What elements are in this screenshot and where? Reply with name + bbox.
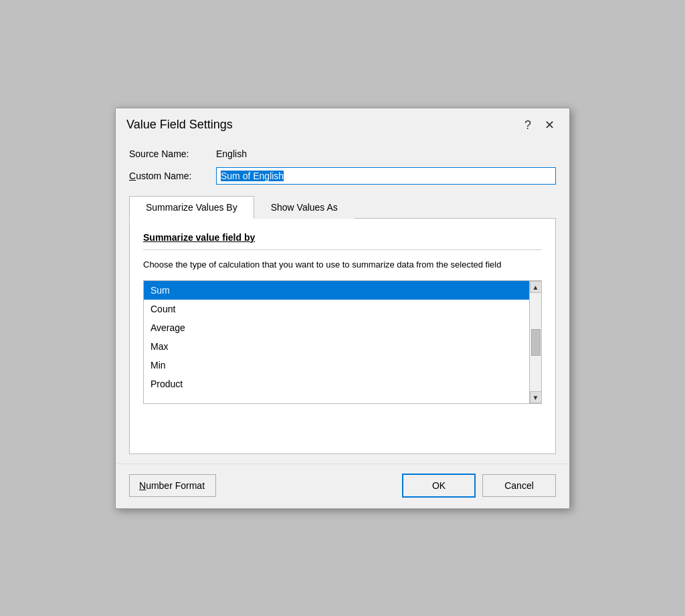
tab-header: Summarize Values By Show Values As	[129, 195, 556, 219]
list-item-sum[interactable]: Sum	[144, 281, 529, 300]
tab-show-values-as[interactable]: Show Values As	[254, 196, 355, 219]
custom-name-input[interactable]	[216, 167, 556, 185]
source-name-value: English	[216, 148, 247, 159]
ok-button[interactable]: OK	[402, 474, 476, 498]
number-format-button[interactable]: Number Format	[129, 474, 216, 497]
source-name-label: Source Name:	[129, 148, 216, 159]
scrollbar: ▲ ▼	[529, 281, 541, 403]
custom-name-label: CCustom Name:ustom Name:	[129, 171, 216, 181]
tab-content-summarize: Summarize value field by Choose the type…	[129, 219, 556, 454]
list-item-max[interactable]: Max	[144, 337, 529, 356]
custom-name-row: CCustom Name:ustom Name:	[129, 167, 556, 185]
scroll-thumb[interactable]	[531, 329, 541, 356]
help-button[interactable]: ?	[520, 118, 535, 132]
dialog-body: Source Name: English CCustom Name:ustom …	[116, 139, 569, 454]
dialog-window: Value Field Settings ? ✕ Source Name: En…	[115, 108, 570, 509]
tab-section-title: Summarize value field by	[143, 232, 542, 243]
cancel-button[interactable]: Cancel	[482, 474, 556, 497]
listbox[interactable]: Sum Count Average Max Min	[144, 281, 529, 403]
tab-description: Choose the type of calculation that you …	[143, 258, 542, 272]
title-bar-left: Value Field Settings	[126, 118, 233, 132]
source-name-row: Source Name: English	[129, 148, 556, 159]
tabs-container: Summarize Values By Show Values As Summa…	[129, 195, 556, 454]
title-bar-right: ? ✕	[520, 118, 559, 132]
scroll-down-button[interactable]: ▼	[530, 391, 542, 403]
dialog-footer: Number Format OK Cancel	[116, 464, 569, 508]
list-item-count[interactable]: Count	[144, 300, 529, 318]
tab-summarize-values-by[interactable]: Summarize Values By	[129, 196, 254, 219]
listbox-container: Sum Count Average Max Min	[143, 280, 542, 404]
footer-right: OK Cancel	[402, 474, 556, 498]
list-item-min[interactable]: Min	[144, 356, 529, 375]
scroll-up-button[interactable]: ▲	[530, 281, 542, 293]
dialog-title: Value Field Settings	[126, 118, 233, 132]
footer-left: Number Format	[129, 474, 216, 497]
list-item-average[interactable]: Average	[144, 318, 529, 337]
tab-divider	[143, 249, 542, 250]
close-button[interactable]: ✕	[541, 118, 559, 132]
title-bar: Value Field Settings ? ✕	[116, 108, 569, 139]
list-item-product[interactable]: Product	[144, 375, 529, 393]
